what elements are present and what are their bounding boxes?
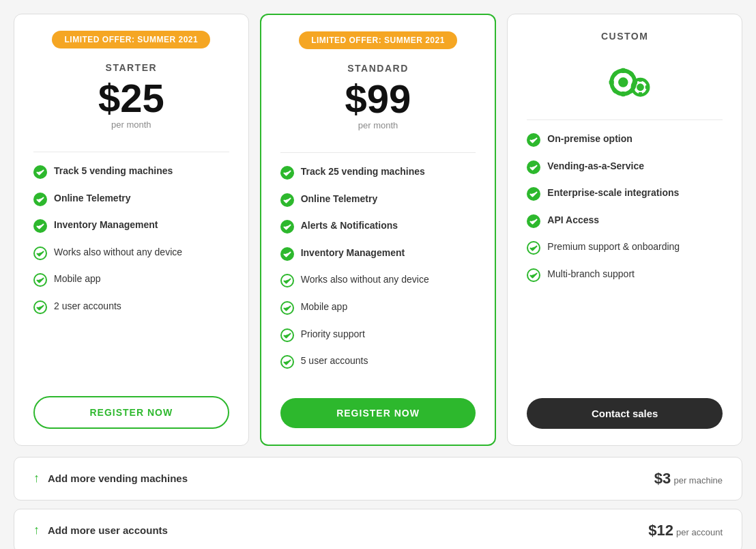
- check-icon-starter-2: [33, 219, 47, 237]
- pricing-container: LIMITED OFFER: SUMMER 2021 STARTER$25 pe…: [14, 14, 742, 549]
- svg-rect-16: [621, 92, 625, 96]
- feature-list-starter: Track 5 vending machines Online Telemetr…: [33, 165, 229, 380]
- plan-card-starter: LIMITED OFFER: SUMMER 2021 STARTER$25 pe…: [14, 14, 249, 446]
- svg-point-24: [637, 83, 644, 91]
- feature-item-custom-2: Enterprise-scale integrations: [527, 186, 723, 205]
- check-icon-custom-3: [527, 214, 540, 232]
- feature-text-standard-7: 5 user accounts: [301, 354, 368, 368]
- check-icon-custom-2: [527, 186, 540, 205]
- check-icon-standard-7: [280, 354, 294, 373]
- divider-standard: [280, 152, 476, 153]
- divider-starter: [33, 152, 229, 152]
- plan-price-starter: $25: [33, 79, 229, 118]
- svg-rect-27: [631, 85, 635, 89]
- feature-text-standard-6: Priority support: [301, 328, 365, 341]
- feature-text-custom-5: Multi-branch support: [547, 268, 635, 281]
- svg-point-14: [618, 77, 628, 87]
- feature-text-custom-2: Enterprise-scale integrations: [547, 186, 679, 200]
- feature-text-starter-1: Online Telemetry: [54, 192, 131, 206]
- register-button-standard[interactable]: REGISTER NOW: [280, 398, 476, 428]
- plan-period-standard: per month: [280, 120, 476, 130]
- svg-rect-25: [638, 78, 641, 81]
- feature-text-standard-1: Online Telemetry: [301, 193, 378, 206]
- feature-text-standard-3: Inventory Management: [301, 247, 405, 260]
- badge-starter: LIMITED OFFER: SUMMER 2021: [52, 31, 210, 48]
- contact-sales-button[interactable]: Contact sales: [527, 398, 723, 429]
- addon-label-vending-machines: Add more vending machines: [48, 473, 188, 484]
- check-icon-starter-0: [33, 165, 47, 183]
- feature-item-custom-3: API Access: [527, 214, 723, 232]
- feature-list-custom: On-premise option Vending-as-a-Service E…: [527, 132, 723, 382]
- feature-item-standard-0: Track 25 vending machines: [280, 165, 476, 184]
- check-icon-starter-5: [33, 300, 47, 318]
- plan-card-standard: LIMITED OFFER: SUMMER 2021 STANDARD$99 p…: [260, 14, 497, 446]
- plan-name-starter: STARTER: [33, 62, 229, 73]
- feature-item-standard-7: 5 user accounts: [280, 354, 476, 373]
- addon-row-user-accounts: ↑ Add more user accounts $12 per account: [14, 509, 742, 549]
- feature-item-custom-5: Multi-branch support: [527, 268, 723, 286]
- feature-item-starter-5: 2 user accounts: [33, 300, 229, 318]
- addon-price-vending-machines: $3: [654, 470, 671, 487]
- feature-item-starter-4: Mobile app: [33, 272, 229, 291]
- svg-rect-17: [609, 80, 613, 84]
- addon-right-user-accounts: $12 per account: [648, 522, 723, 539]
- feature-text-starter-3: Works also without any device: [54, 246, 182, 259]
- plans-row: LIMITED OFFER: SUMMER 2021 STARTER$25 pe…: [14, 14, 742, 446]
- addon-arrow-user-accounts: ↑: [33, 523, 40, 537]
- feature-item-starter-3: Works also without any device: [33, 246, 229, 264]
- feature-text-standard-2: Alerts & Notifications: [301, 219, 398, 233]
- addon-arrow-vending-machines: ↑: [33, 471, 40, 485]
- check-icon-custom-4: [527, 240, 540, 259]
- svg-rect-15: [621, 68, 625, 73]
- check-icon-standard-6: [280, 328, 294, 346]
- addon-label-user-accounts: Add more user accounts: [48, 524, 168, 536]
- check-icon-standard-4: [280, 273, 294, 292]
- feature-text-custom-0: On-premise option: [547, 132, 632, 146]
- badge-wrap-standard: LIMITED OFFER: SUMMER 2021: [280, 31, 476, 57]
- feature-item-custom-4: Premium support & onboarding: [527, 240, 723, 259]
- check-icon-custom-1: [527, 160, 540, 178]
- check-icon-standard-1: [280, 193, 294, 211]
- check-icon-standard-3: [280, 247, 294, 265]
- plan-name-custom: CUSTOM: [527, 31, 723, 42]
- feature-item-starter-1: Online Telemetry: [33, 192, 229, 210]
- feature-text-starter-2: Inventory Management: [54, 219, 158, 232]
- addon-price-user-accounts: $12: [648, 522, 673, 539]
- feature-text-custom-4: Premium support & onboarding: [547, 240, 680, 254]
- addon-row-vending-machines: ↑ Add more vending machines $3 per machi…: [14, 457, 742, 501]
- feature-text-standard-0: Track 25 vending machines: [301, 165, 425, 179]
- feature-item-custom-0: On-premise option: [527, 132, 723, 151]
- check-icon-standard-2: [280, 219, 294, 238]
- feature-item-standard-5: Mobile app: [280, 300, 476, 319]
- feature-item-standard-3: Inventory Management: [280, 247, 476, 265]
- check-icon-custom-5: [527, 268, 540, 286]
- addon-right-vending-machines: $3 per machine: [654, 470, 723, 488]
- feature-item-standard-6: Priority support: [280, 328, 476, 346]
- feature-list-standard: Track 25 vending machines Online Telemet…: [280, 165, 476, 382]
- register-button-starter[interactable]: REGISTER NOW: [33, 396, 229, 429]
- feature-text-standard-4: Works also without any device: [301, 273, 429, 287]
- gear-icon-custom: [527, 53, 723, 103]
- feature-text-starter-4: Mobile app: [54, 272, 101, 286]
- addon-unit-user-accounts: per account: [676, 527, 723, 537]
- addon-left-vending-machines: ↑ Add more vending machines: [33, 471, 188, 485]
- check-icon-standard-5: [280, 300, 294, 319]
- svg-rect-26: [638, 92, 641, 96]
- feature-item-standard-1: Online Telemetry: [280, 193, 476, 211]
- badge-standard: LIMITED OFFER: SUMMER 2021: [299, 31, 457, 49]
- feature-item-starter-2: Inventory Management: [33, 219, 229, 237]
- check-icon-starter-1: [33, 192, 47, 210]
- plan-name-standard: STANDARD: [280, 63, 476, 74]
- feature-text-custom-1: Vending-as-a-Service: [547, 160, 644, 173]
- plan-period-starter: per month: [33, 119, 229, 130]
- feature-text-starter-0: Track 5 vending machines: [54, 165, 173, 178]
- badge-wrap-starter: LIMITED OFFER: SUMMER 2021: [33, 31, 229, 57]
- plan-price-standard: $99: [280, 79, 476, 119]
- check-icon-custom-0: [527, 132, 540, 151]
- plan-card-custom: CUSTOM On-premise opti: [507, 14, 742, 446]
- check-icon-starter-3: [33, 246, 47, 264]
- feature-item-custom-1: Vending-as-a-Service: [527, 160, 723, 178]
- addon-unit-vending-machines: per machine: [673, 475, 723, 485]
- divider-custom: [527, 119, 723, 120]
- addon-left-user-accounts: ↑ Add more user accounts: [33, 523, 168, 537]
